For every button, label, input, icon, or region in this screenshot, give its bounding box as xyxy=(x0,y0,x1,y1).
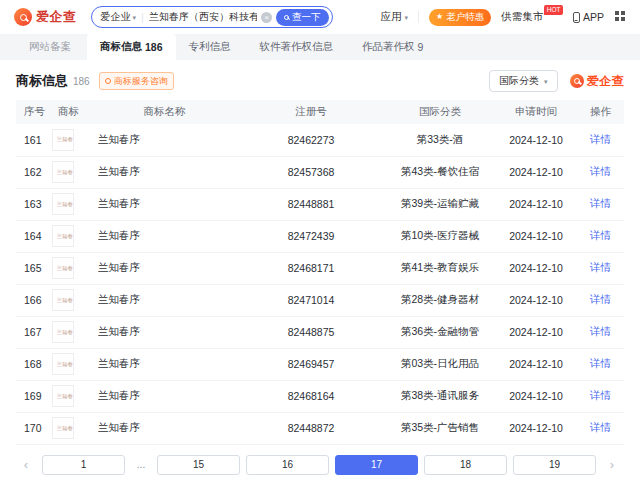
apply-date: 2024-12-10 xyxy=(495,188,577,220)
detail-link[interactable]: 详情 xyxy=(590,261,611,273)
tab-label: 软件著作权信息 xyxy=(260,40,334,54)
trademark-image[interactable]: 兰知春序 xyxy=(52,257,74,279)
column-header: 序号 xyxy=(16,100,50,124)
detail-link[interactable]: 详情 xyxy=(590,293,611,305)
hot-badge: HOT xyxy=(544,5,563,15)
detail-link[interactable]: 详情 xyxy=(590,165,611,177)
nav-app-download[interactable]: APP xyxy=(573,11,604,23)
tab[interactable]: 专利信息 xyxy=(176,34,247,60)
trademark-image-text: 兰知春序 xyxy=(57,233,70,239)
apply-date: 2024-12-10 xyxy=(495,316,577,348)
pagination-item[interactable]: › xyxy=(602,455,622,475)
pagination-item: ... xyxy=(131,455,151,475)
trademark-image[interactable]: 兰知春序 xyxy=(52,289,74,311)
section-title: 商标信息 xyxy=(16,72,68,90)
tab-count: 186 xyxy=(145,41,163,53)
trademark-image[interactable]: 兰知春序 xyxy=(52,353,74,375)
trademark-image-text: 兰知春序 xyxy=(57,361,70,367)
pagination-item[interactable]: 1 xyxy=(42,455,125,475)
tab[interactable]: 软件著作权信息 xyxy=(247,34,350,60)
detail-link[interactable]: 详情 xyxy=(590,389,611,401)
clear-icon[interactable]: × xyxy=(261,12,272,23)
trademark-table: 序号 商标 商标名称 注册号 国际分类 申请时间 操作 161 兰知春序 xyxy=(16,100,624,445)
tab[interactable]: 商标信息 186 xyxy=(87,34,176,60)
detail-link[interactable]: 详情 xyxy=(590,229,611,241)
trademark-image[interactable]: 兰知春序 xyxy=(52,161,74,183)
table-row: 165 兰知春序 兰知春序 82468171 第41类-教育娱乐 2024-12… xyxy=(16,252,624,284)
search-category-dropdown[interactable]: 爱企业 ▾ xyxy=(101,10,137,24)
registration-number: 82472439 xyxy=(237,220,385,252)
intl-class: 第39类-运输贮藏 xyxy=(385,188,495,220)
action-cell: 详情 xyxy=(577,252,624,284)
column-header: 国际分类 xyxy=(385,100,495,124)
trademark-name: 兰知春序 xyxy=(92,380,237,412)
trademark-image[interactable]: 兰知春序 xyxy=(52,129,74,151)
trademark-image-text: 兰知春序 xyxy=(57,329,70,335)
search-button[interactable]: 查一下 xyxy=(276,9,329,26)
detail-link[interactable]: 详情 xyxy=(590,421,611,433)
trademark-image[interactable]: 兰知春序 xyxy=(52,225,74,247)
apply-date: 2024-12-10 xyxy=(495,252,577,284)
chevron-down-icon: ▾ xyxy=(133,14,137,21)
search-bar: 爱企业 ▾ | × 查一下 xyxy=(91,6,333,28)
row-index: 165 xyxy=(16,252,50,284)
trademark-image-text: 兰知春序 xyxy=(57,393,70,399)
nav-apps-menu[interactable]: 应用 ▾ xyxy=(381,10,409,24)
tab-bar: 网站备案 商标信息 186 专利信息 软件著作权信息 作品著作权 9 xyxy=(0,34,640,60)
trademark-name: 兰知春序 xyxy=(92,124,237,156)
trademark-name: 兰知春序 xyxy=(92,348,237,380)
apply-date: 2024-12-10 xyxy=(495,284,577,316)
detail-link[interactable]: 详情 xyxy=(590,133,611,145)
table-header-row: 序号 商标 商标名称 注册号 国际分类 申请时间 操作 xyxy=(16,100,624,124)
row-index: 163 xyxy=(16,188,50,220)
trademark-image-cell: 兰知春序 xyxy=(50,348,92,380)
action-cell: 详情 xyxy=(577,188,624,220)
search-button-label: 查一下 xyxy=(292,11,321,24)
trademark-image-text: 兰知春序 xyxy=(57,265,70,271)
trademark-image-text: 兰知春序 xyxy=(57,297,70,303)
search-input[interactable] xyxy=(149,12,257,23)
trademark-service-label: 商标服务咨询 xyxy=(114,75,168,88)
detail-link[interactable]: 详情 xyxy=(590,357,611,369)
tab[interactable]: 作品著作权 9 xyxy=(349,34,436,60)
promo-badge[interactable]: ★ 老户特惠 xyxy=(429,9,491,26)
detail-link[interactable]: 详情 xyxy=(590,197,611,209)
intl-class: 第43类-餐饮住宿 xyxy=(385,156,495,188)
logo[interactable]: 爱企查 xyxy=(14,8,77,26)
intl-class: 第38类-通讯服务 xyxy=(385,380,495,412)
trademark-name: 兰知春序 xyxy=(92,252,237,284)
nav-market-label: 供需集市 xyxy=(501,10,543,24)
pagination-item[interactable]: 19 xyxy=(513,455,596,475)
pagination-item[interactable]: ‹ xyxy=(16,455,36,475)
trademark-image[interactable]: 兰知春序 xyxy=(52,385,74,407)
table-row: 167 兰知春序 兰知春序 82448875 第36类-金融物管 2024-12… xyxy=(16,316,624,348)
trademark-image[interactable]: 兰知春序 xyxy=(52,193,74,215)
pagination-item[interactable]: 15 xyxy=(157,455,240,475)
detail-link[interactable]: 详情 xyxy=(590,325,611,337)
tab[interactable]: 网站备案 xyxy=(16,34,87,60)
grid-menu-icon[interactable] xyxy=(615,11,619,15)
section-count: 186 xyxy=(73,76,90,87)
intl-class-filter[interactable]: 国际分类 ▾ xyxy=(489,70,558,92)
pagination-item[interactable]: 17 xyxy=(335,455,418,475)
star-icon: ★ xyxy=(436,13,443,21)
trademark-image-cell: 兰知春序 xyxy=(50,156,92,188)
registration-number: 82457368 xyxy=(237,156,385,188)
trademark-service-tag[interactable]: 商标服务咨询 xyxy=(99,72,174,90)
action-cell: 详情 xyxy=(577,124,624,156)
pagination-item[interactable]: 16 xyxy=(246,455,329,475)
trademark-image[interactable]: 兰知春序 xyxy=(52,417,74,439)
nav-market[interactable]: 供需集市 HOT xyxy=(501,10,563,24)
aiqicha-logo-icon xyxy=(570,74,584,88)
pagination-item[interactable]: 18 xyxy=(424,455,507,475)
table-row: 163 兰知春序 兰知春序 82448881 第39类-运输贮藏 2024-12… xyxy=(16,188,624,220)
trademark-name: 兰知春序 xyxy=(92,220,237,252)
trademark-image[interactable]: 兰知春序 xyxy=(52,321,74,343)
row-index: 162 xyxy=(16,156,50,188)
table-row: 166 兰知春序 兰知春序 82471014 第28类-健身器材 2024-12… xyxy=(16,284,624,316)
registration-number: 82448881 xyxy=(237,188,385,220)
section-header: 商标信息 186 商标服务咨询 国际分类 ▾ 爱企查 xyxy=(16,70,624,92)
search-icon xyxy=(284,15,289,20)
aiqicha-watermark: 爱企查 xyxy=(570,73,625,90)
trademark-name: 兰知春序 xyxy=(92,284,237,316)
